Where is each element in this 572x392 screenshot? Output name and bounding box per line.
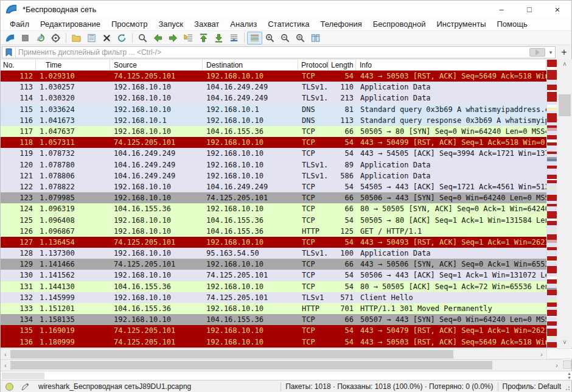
secondary-hscrollbar[interactable]: ‹ › — [1, 359, 562, 370]
packet-row-119[interactable]: 1191.078732104.16.249.249192.168.10.10TC… — [1, 148, 546, 159]
close-button[interactable]: × — [543, 1, 571, 18]
minimize-button[interactable]: – — [487, 1, 515, 18]
scroll-right-arrow-icon[interactable]: › — [553, 361, 561, 369]
go-back-button[interactable] — [150, 32, 166, 44]
scroll-up-arrow-icon[interactable]: ˄ — [557, 59, 572, 69]
menu-item-7[interactable]: Телефония — [315, 18, 367, 30]
restart-capture-button[interactable] — [33, 32, 48, 44]
expert-info-icon[interactable] — [5, 383, 13, 391]
zoom-in-button[interactable] — [262, 32, 277, 44]
column-header-protocol[interactable]: Protocol — [298, 60, 329, 70]
zoom-out-button[interactable] — [277, 32, 293, 44]
reload-file-button[interactable] — [114, 32, 130, 44]
menu-item-1[interactable]: Редактирование — [35, 18, 106, 30]
column-header-no[interactable]: No. — [1, 60, 36, 70]
packet-row-122[interactable]: 1221.078822192.168.10.10104.16.249.249TC… — [1, 181, 546, 192]
menu-item-5[interactable]: Анализ — [225, 18, 262, 30]
packet-row-113[interactable]: 1131.030257192.168.10.10104.16.249.249TL… — [1, 82, 546, 93]
scrollbar-extra-button[interactable] — [563, 360, 571, 369]
go-bottom-button[interactable] — [211, 32, 226, 44]
close-file-button[interactable] — [99, 32, 114, 44]
capture-options-button[interactable] — [48, 32, 63, 44]
vertical-scrollbar[interactable]: ˄ ˅ — [557, 59, 572, 348]
packet-row-132[interactable]: 1321.145999192.168.10.1074.125.205.101TL… — [1, 292, 546, 303]
maximize-button[interactable]: □ — [515, 1, 543, 18]
column-header-info[interactable]: Info — [356, 60, 546, 70]
auto-scroll-button[interactable] — [226, 32, 242, 44]
packet-row-112[interactable]: 1121.02931074.125.205.101192.168.10.10TC… — [1, 71, 546, 82]
menu-item-2[interactable]: Просмотр — [106, 18, 153, 30]
resize-grip[interactable] — [563, 383, 570, 390]
packet-row-123[interactable]: 1231.079985192.168.10.1074.125.205.101TC… — [1, 192, 546, 203]
menu-item-9[interactable]: Инструменты — [431, 18, 491, 30]
packet-minimap[interactable] — [546, 60, 557, 348]
menu-item-3[interactable]: Запуск — [153, 18, 189, 30]
packet-row-126[interactable]: 1261.096867192.168.10.10104.16.155.36HTT… — [1, 226, 546, 237]
zoom-original-button[interactable] — [293, 32, 308, 44]
menu-item-8[interactable]: Беспроводной — [368, 18, 431, 30]
go-to-packet-button[interactable] — [181, 32, 196, 44]
packet-row-116[interactable]: 1161.041673192.168.10.1192.168.10.10DNS1… — [1, 115, 546, 126]
packet-row-121[interactable]: 1211.078806104.16.249.249192.168.10.10TL… — [1, 170, 546, 181]
save-file-button[interactable] — [84, 32, 99, 44]
mini-scroll-arrows-icon[interactable]: ▲▼ — [567, 371, 571, 380]
scroll-left-arrow-icon[interactable]: ‹ — [1, 361, 10, 369]
minimap-stripe — [547, 60, 557, 67]
filter-bookmark-button[interactable] — [2, 47, 16, 58]
cell-inf: 443 → 50493 [RST, ACK] Seq=1 Ack=1 Win=2… — [356, 238, 546, 247]
menu-item-4[interactable]: Захват — [189, 18, 225, 30]
go-top-button[interactable] — [196, 32, 211, 44]
packet-row-131[interactable]: 1311.144130104.16.155.36192.168.10.10TCP… — [1, 281, 546, 292]
scroll-right-arrow-icon[interactable]: › — [537, 350, 546, 359]
packet-row-117[interactable]: 1171.047637192.168.10.10104.16.155.36TCP… — [1, 126, 546, 137]
cell-time: 1.079985 — [36, 194, 110, 202]
cell-inf: 50505 → 80 [ACK] Seq=1 Ack=1 Win=131584 … — [356, 216, 546, 225]
stop-capture-button[interactable] — [18, 32, 33, 44]
cell-len: 54 — [329, 149, 356, 158]
packet-list-hscrollbar[interactable]: ‹ › — [1, 348, 546, 359]
packet-row-127[interactable]: 1271.13645474.125.205.101192.168.10.10TC… — [1, 237, 546, 248]
packet-row-133[interactable]: 1331.151201104.16.155.36192.168.10.10HTT… — [1, 303, 546, 314]
column-header-source[interactable]: Source — [110, 60, 203, 70]
packet-row-118[interactable]: 1181.05731174.125.205.101192.168.10.10TC… — [1, 137, 546, 148]
filter-dropdown-caret[interactable]: ▾ — [546, 47, 555, 58]
scroll-down-arrow-icon[interactable]: ˅ — [557, 337, 572, 348]
find-packet-button[interactable] — [135, 32, 150, 44]
detail-pane-handle[interactable] — [2, 373, 44, 379]
capture-comment-icon[interactable] — [21, 382, 30, 391]
packet-row-115[interactable]: 1151.033624192.168.10.10192.168.10.1DNS8… — [1, 104, 546, 115]
packet-row-128[interactable]: 1281.137300192.168.10.1095.163.54.50TLSv… — [1, 248, 546, 259]
column-header-length[interactable]: Length — [329, 60, 356, 70]
packet-row-125[interactable]: 1251.096408192.168.10.10104.16.155.36TCP… — [1, 214, 546, 225]
column-header-destination[interactable]: Destination — [203, 60, 298, 70]
menu-item-6[interactable]: Статистика — [262, 18, 315, 30]
colorize-button[interactable] — [247, 32, 262, 44]
resize-columns-button[interactable] — [308, 32, 323, 44]
cell-src: 192.168.10.10 — [110, 249, 203, 257]
open-file-button[interactable] — [69, 32, 84, 44]
minimap-stripe — [547, 256, 557, 261]
display-filter-input[interactable]: Применить дисплейный фильтр ... <Ctrl-/>… — [2, 46, 556, 58]
packet-row-136[interactable]: 1361.18099974.125.205.101192.168.10.10TC… — [1, 337, 546, 348]
packet-row-134[interactable]: 1341.158135192.168.10.10104.16.155.36TCP… — [1, 314, 546, 325]
start-capture-button[interactable] — [2, 32, 18, 44]
vertical-scrollbar-thumb[interactable] — [559, 94, 571, 116]
packet-row-124[interactable]: 1241.096319104.16.155.36192.168.10.10TCP… — [1, 203, 546, 214]
cell-no: 135 — [1, 326, 36, 335]
column-header-time[interactable]: Time — [36, 60, 110, 70]
hscrollbar-thumb[interactable] — [10, 361, 492, 369]
menu-item-0[interactable]: Файл — [4, 18, 35, 30]
packet-row-135[interactable]: 1351.16901974.125.205.101192.168.10.10TC… — [1, 325, 546, 336]
packet-row-120[interactable]: 1201.078780104.16.249.249192.168.10.10TL… — [1, 159, 546, 170]
apply-filter-button[interactable] — [529, 48, 545, 57]
hscrollbar-thumb[interactable] — [10, 350, 453, 359]
cell-dst: 74.125.205.101 — [203, 194, 298, 202]
packet-row-129[interactable]: 1291.14146674.125.205.101192.168.10.10TC… — [1, 259, 546, 270]
add-filter-button[interactable]: + — [558, 46, 570, 58]
scroll-left-arrow-icon[interactable]: ‹ — [1, 350, 10, 359]
menu-item-10[interactable]: Помощь — [492, 18, 533, 30]
packet-row-114[interactable]: 1141.030320192.168.10.10104.16.249.249TL… — [1, 93, 546, 103]
cell-inf: Standard query 0x3b69 A whatismyipaddres… — [356, 105, 546, 114]
packet-row-130[interactable]: 1301.141562192.168.10.1074.125.205.101TC… — [1, 270, 546, 281]
go-forward-button[interactable] — [166, 32, 181, 44]
